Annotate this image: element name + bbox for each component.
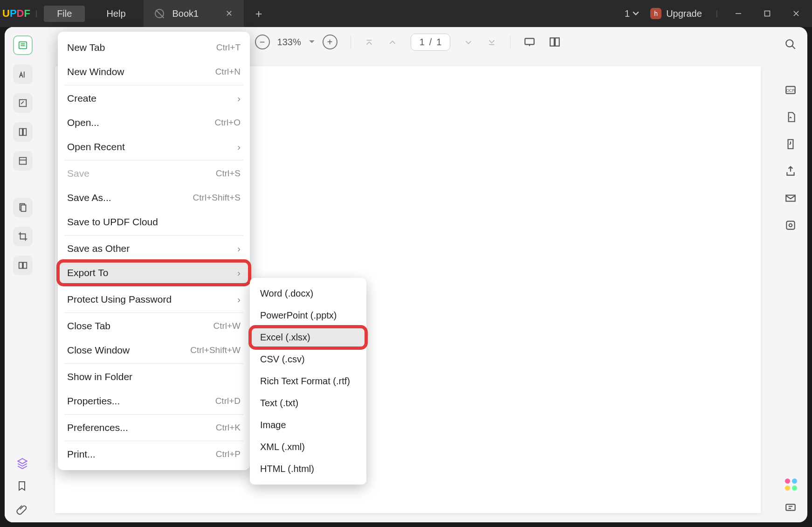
separator: | (716, 9, 718, 18)
page-input[interactable]: 1 / 1 (411, 34, 451, 51)
export-rtf[interactable]: Rich Text Format (.rtf) (250, 370, 366, 392)
separator (351, 35, 351, 49)
share-icon[interactable] (784, 165, 798, 178)
ocr-icon[interactable]: OCR (784, 84, 798, 97)
file-menu-button[interactable]: File (44, 6, 85, 22)
next-page-icon[interactable] (463, 37, 474, 47)
svg-rect-5 (20, 158, 27, 165)
export-powerpoint[interactable]: PowerPoint (.pptx) (250, 305, 366, 326)
export-text[interactable]: Text (.txt) (250, 392, 366, 414)
convert-icon[interactable] (784, 111, 798, 124)
zoom-in-button[interactable]: + (323, 35, 337, 49)
app-logo: UPDF (0, 7, 33, 20)
search-icon[interactable] (784, 38, 798, 51)
menu-close-window[interactable]: Close WindowCtrl+Shift+W (58, 338, 250, 362)
export-html[interactable]: HTML (.html) (250, 458, 366, 480)
svg-rect-7 (21, 205, 26, 212)
svg-rect-10 (525, 38, 535, 44)
menu-export-to[interactable]: Export To› (58, 261, 250, 285)
presentation-icon[interactable] (523, 36, 536, 48)
export-submenu: Word (.docx) PowerPoint (.pptx) Excel (.… (250, 278, 366, 485)
first-page-icon[interactable] (364, 37, 374, 47)
tab-count[interactable]: 1 (625, 8, 639, 19)
tab-strip: Book1 ✕ ＋ (144, 0, 265, 27)
right-toolbar: OCR (775, 27, 807, 522)
email-icon[interactable] (784, 192, 798, 205)
layers-button[interactable] (16, 457, 29, 470)
svg-rect-12 (556, 38, 560, 46)
svg-rect-3 (20, 129, 22, 136)
comment-icon[interactable] (784, 502, 798, 515)
page-layout-icon[interactable] (549, 36, 561, 48)
svg-rect-8 (19, 263, 22, 269)
save-cloud-icon[interactable] (784, 219, 798, 232)
document-tab[interactable]: Book1 ✕ (144, 0, 244, 27)
attachment-button[interactable] (16, 504, 29, 517)
menu-save-other[interactable]: Save as Other› (58, 236, 250, 261)
bookmark-button[interactable] (16, 480, 29, 493)
left-toolbar (5, 27, 41, 522)
menu-new-tab[interactable]: New TabCtrl+T (58, 35, 250, 60)
help-menu-button[interactable]: Help (98, 6, 134, 22)
page-current: 1 (420, 37, 425, 48)
organize-button[interactable] (13, 122, 33, 142)
menu-protect[interactable]: Protect Using Password› (58, 287, 250, 312)
menu-show-folder[interactable]: Show in Folder (58, 365, 250, 389)
menu-create[interactable]: Create› (58, 86, 250, 111)
compress-icon[interactable] (784, 138, 798, 151)
upgrade-button[interactable]: h Upgrade (646, 6, 707, 21)
svg-rect-19 (786, 504, 795, 510)
menu-properties[interactable]: Properties...Ctrl+D (58, 389, 250, 413)
separator: | (35, 9, 37, 18)
svg-rect-0 (765, 11, 770, 16)
updf-ai-icon[interactable] (785, 478, 797, 491)
tab-count-value: 1 (625, 8, 630, 19)
last-page-icon[interactable] (487, 37, 497, 47)
new-tab-button[interactable]: ＋ (253, 6, 264, 21)
maximize-button[interactable] (756, 4, 778, 23)
menu-save: SaveCtrl+S (58, 161, 250, 186)
tab-title: Book1 (172, 8, 199, 19)
close-tab-icon[interactable]: ✕ (226, 8, 233, 19)
separator (510, 35, 510, 49)
svg-point-18 (789, 224, 792, 227)
reader-mode-button[interactable] (13, 35, 33, 55)
menu-save-cloud[interactable]: Save to UPDF Cloud (58, 210, 250, 234)
prev-page-icon[interactable] (387, 37, 398, 47)
export-xml[interactable]: XML (.xml) (250, 436, 366, 458)
menu-open[interactable]: Open...Ctrl+O (58, 111, 250, 135)
zoom-value: 133% (277, 37, 301, 48)
svg-point-13 (786, 40, 793, 47)
export-csv[interactable]: CSV (.csv) (250, 348, 366, 370)
page-separator: / (429, 37, 432, 48)
svg-rect-9 (23, 263, 27, 269)
close-window-button[interactable] (785, 4, 807, 23)
menu-preferences[interactable]: Preferences...Ctrl+K (58, 416, 250, 440)
svg-rect-17 (786, 221, 794, 229)
svg-rect-2 (20, 100, 27, 107)
upgrade-label: Upgrade (666, 8, 702, 19)
pages-button[interactable] (13, 198, 33, 217)
svg-rect-11 (551, 38, 555, 46)
user-badge: h (650, 8, 661, 19)
tab-icon (155, 9, 164, 18)
compare-button[interactable] (13, 256, 33, 275)
svg-rect-4 (23, 129, 26, 136)
export-excel[interactable]: Excel (.xlsx) (250, 326, 366, 348)
minimize-button[interactable] (727, 4, 750, 23)
crop-button[interactable] (13, 227, 33, 246)
export-image[interactable]: Image (250, 414, 366, 436)
chevron-down-icon (633, 10, 639, 17)
menu-save-as[interactable]: Save As...Ctrl+Shift+S (58, 186, 250, 210)
menu-close-tab[interactable]: Close TabCtrl+W (58, 314, 250, 338)
svg-text:OCR: OCR (786, 88, 795, 93)
menu-new-window[interactable]: New WindowCtrl+N (58, 60, 250, 84)
zoom-dropdown-icon[interactable] (309, 39, 315, 45)
menu-print[interactable]: Print...Ctrl+P (58, 442, 250, 466)
edit-button[interactable] (13, 93, 33, 113)
menu-open-recent[interactable]: Open Recent› (58, 135, 250, 159)
export-word[interactable]: Word (.docx) (250, 283, 366, 305)
annotate-button[interactable] (13, 64, 33, 84)
form-button[interactable] (13, 151, 33, 171)
zoom-out-button[interactable]: − (255, 35, 270, 49)
